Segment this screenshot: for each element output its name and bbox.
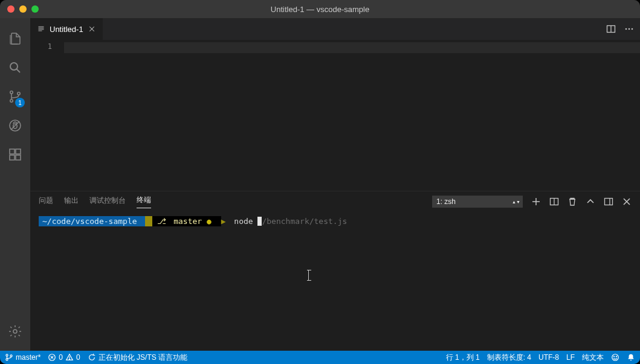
window-title: Untitled-1 — vscode-sample — [0, 5, 640, 14]
status-problems[interactable]: 0 0 — [48, 353, 80, 362]
close-panel-button[interactable] — [622, 197, 632, 206]
stepper-icon: ▲▼ — [512, 196, 520, 207]
prompt-arrow-icon: ▶ — [221, 217, 226, 226]
file-icon — [36, 25, 46, 33]
search-tab[interactable] — [1, 53, 30, 82]
status-notifications[interactable] — [627, 353, 635, 362]
svg-point-34 — [10, 355, 12, 357]
gear-icon — [8, 324, 22, 339]
window-controls — [7, 5, 39, 13]
status-language[interactable]: 纯文本 — [582, 353, 604, 363]
extensions-tab[interactable] — [1, 140, 30, 169]
svg-rect-9 — [10, 155, 15, 160]
status-eol[interactable]: LF — [566, 353, 575, 362]
panel-tab-terminal[interactable]: 终端 — [137, 195, 151, 208]
editor-actions — [606, 18, 640, 40]
more-actions-button[interactable] — [624, 24, 634, 34]
svg-line-1 — [17, 69, 21, 73]
svg-rect-8 — [10, 149, 15, 154]
prompt-branch-segment: ⎇ master ● — [152, 216, 221, 226]
svg-point-22 — [629, 28, 630, 30]
line-gutter: 1 — [30, 40, 64, 191]
panel-tab-debug-console[interactable]: 调试控制台 — [89, 196, 126, 208]
ellipsis-icon — [624, 24, 634, 34]
maximize-panel-button[interactable] — [586, 197, 595, 206]
extensions-icon — [8, 147, 22, 162]
svg-point-41 — [614, 356, 615, 357]
panel-actions: 1: zsh ▲▼ — [432, 196, 632, 208]
vscode-window: Untitled-1 — vscode-sample 1 — [0, 0, 640, 364]
editor-tabs: Untitled-1 — [30, 18, 640, 40]
split-icon — [606, 24, 616, 34]
svg-point-32 — [6, 354, 8, 356]
svg-point-4 — [18, 92, 20, 95]
svg-rect-10 — [16, 155, 21, 160]
smiley-icon — [611, 353, 619, 362]
editor-lines[interactable] — [64, 40, 640, 191]
bell-icon — [627, 353, 635, 362]
terminal-command: node — [234, 217, 257, 226]
svg-rect-28 — [605, 199, 613, 205]
prompt-cwd: ~/code/vscode-sample — [39, 216, 145, 226]
split-terminal-button[interactable] — [549, 197, 559, 206]
close-tab-button[interactable] — [87, 24, 97, 34]
workbench-body: 1 Untitled-1 — [0, 18, 640, 351]
split-icon — [549, 197, 559, 206]
status-feedback[interactable] — [611, 353, 619, 362]
panel-tab-problems[interactable]: 问题 — [39, 196, 53, 208]
no-bug-icon — [8, 118, 22, 133]
git-branch-icon — [5, 353, 13, 362]
bottom-panel: 问题 输出 调试控制台 终端 1: zsh ▲▼ — [30, 191, 640, 351]
minimize-window-button[interactable] — [19, 5, 27, 13]
status-initializing-label: 正在初始化 JS/TS 语言功能 — [99, 353, 187, 363]
titlebar: Untitled-1 — vscode-sample — [0, 0, 640, 18]
svg-point-23 — [632, 28, 633, 30]
scm-badge: 1 — [15, 98, 25, 107]
svg-point-33 — [6, 359, 8, 360]
source-control-tab[interactable]: 1 — [1, 82, 30, 111]
close-icon — [88, 25, 95, 33]
svg-point-21 — [625, 28, 627, 30]
warning-icon — [65, 353, 74, 362]
terminal-selector[interactable]: 1: zsh ▲▼ — [432, 196, 523, 208]
settings-gear[interactable] — [1, 317, 30, 346]
maximize-window-button[interactable] — [31, 5, 39, 13]
svg-point-2 — [10, 91, 13, 94]
activity-bar: 1 — [0, 18, 30, 351]
status-branch[interactable]: master* — [5, 353, 40, 362]
svg-point-39 — [69, 359, 70, 359]
split-editor-button[interactable] — [606, 24, 616, 34]
layout-icon — [604, 197, 613, 206]
close-window-button[interactable] — [7, 5, 15, 13]
line-1[interactable] — [64, 42, 640, 53]
explorer-tab[interactable] — [1, 24, 30, 53]
terminal-prompt: ~/code/vscode-sample ⎇ master ● ▶ — [39, 216, 230, 226]
close-icon — [622, 197, 632, 206]
dirty-dot-icon: ● — [207, 217, 216, 226]
status-tab-size[interactable]: 制表符长度: 4 — [487, 353, 531, 363]
svg-point-3 — [10, 100, 13, 102]
panel-tabs: 问题 输出 调试控制台 终端 1: zsh ▲▼ — [30, 191, 640, 212]
panel-tab-output[interactable]: 输出 — [64, 196, 79, 208]
svg-rect-11 — [16, 149, 21, 154]
svg-point-42 — [616, 356, 616, 357]
toggle-panel-position-button[interactable] — [604, 197, 613, 206]
new-terminal-button[interactable] — [531, 197, 541, 206]
chevron-up-icon — [586, 197, 595, 206]
svg-point-12 — [13, 330, 17, 333]
status-line-col[interactable]: 行 1，列 1 — [446, 353, 480, 363]
status-branch-label: master* — [16, 353, 40, 362]
editor-tab-untitled[interactable]: Untitled-1 — [30, 18, 103, 40]
editor-area[interactable]: 1 — [30, 40, 640, 191]
prompt-branch: master — [169, 217, 207, 226]
kill-terminal-button[interactable] — [567, 197, 577, 206]
status-encoding[interactable]: UTF-8 — [538, 353, 559, 362]
terminal-selector-label: 1: zsh — [436, 197, 456, 206]
status-initializing[interactable]: 正在初始化 JS/TS 语言功能 — [88, 353, 187, 363]
editor-panel-area: Untitled-1 1 — [30, 18, 640, 351]
status-warnings: 0 — [76, 353, 80, 362]
tab-label: Untitled-1 — [50, 25, 83, 34]
terminal[interactable]: ~/code/vscode-sample ⎇ master ● ▶ node /… — [30, 212, 640, 351]
debug-tab[interactable] — [1, 111, 30, 140]
svg-point-0 — [10, 63, 18, 70]
